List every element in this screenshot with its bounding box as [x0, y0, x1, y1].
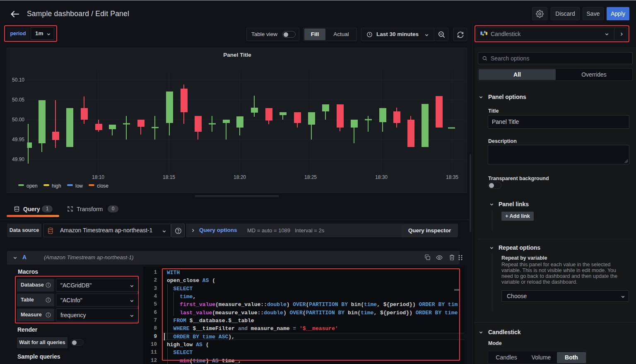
svg-text:18:25: 18:25 [304, 174, 317, 180]
svg-text:49.95: 49.95 [12, 137, 24, 142]
svg-text:50.00: 50.00 [12, 117, 24, 123]
svg-text:50.10: 50.10 [12, 77, 24, 83]
svg-text:close: close [97, 183, 108, 189]
svg-text:18:20: 18:20 [234, 174, 246, 180]
svg-text:high: high [52, 183, 61, 189]
svg-text:low: low [75, 183, 83, 189]
svg-text:50.05: 50.05 [12, 97, 24, 103]
svg-text:18:15: 18:15 [163, 174, 175, 180]
svg-text:open: open [26, 183, 38, 189]
svg-text:18:10: 18:10 [92, 174, 104, 180]
svg-text:18:30: 18:30 [375, 174, 388, 180]
svg-text:49.90: 49.90 [12, 157, 24, 162]
svg-text:18:35: 18:35 [446, 174, 458, 180]
